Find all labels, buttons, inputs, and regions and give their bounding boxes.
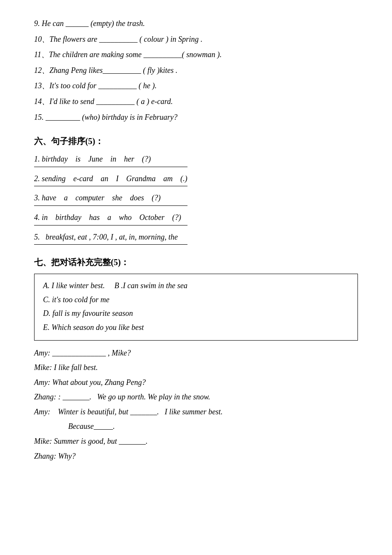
dialog-zhang-1: Zhang: : _______. We go up north. We pla… [34, 390, 358, 404]
ordering-item-3: 3. have a computer she does (?) [34, 191, 358, 206]
section6: 六、句子排序(5)： 1. birthday is June in her (?… [34, 134, 358, 245]
answer-line-4 [34, 225, 187, 225]
question-13: 13、It's too cold for __________ ( he ). [34, 79, 358, 92]
ordering-item-5: 5. breakfast, eat , 7:00, I , at, in, mo… [34, 231, 358, 245]
word-bank-box: A. I like winter best. B .I can swim in … [34, 274, 358, 340]
ordering-item-1: 1. birthday is June in her (?) [34, 153, 358, 167]
box-line-2: C. it's too cold for me [43, 293, 349, 306]
answer-line-3 [34, 205, 187, 206]
question-9: 9. He can ______ (empty) the trash. [34, 17, 358, 30]
dialog-amy-4: Because_____. [34, 420, 358, 433]
section7: 七、把对话补充完整(5)： A. I like winter best. B .… [34, 255, 358, 462]
box-line-4: E. Which season do you like best [43, 321, 349, 334]
question-10: 10、The flowers are __________ ( colour )… [34, 33, 358, 46]
ordering-item-4: 4. in birthday has a who October (?) [34, 211, 358, 225]
answer-line-1 [34, 167, 187, 167]
fill-blanks-section: 9. He can ______ (empty) the trash. 10、T… [34, 17, 358, 124]
ordering-item-2: 2. sending e-card an I Grandma am (.) [34, 172, 358, 187]
question-12: 12、Zhang Peng likes__________ ( fly )kit… [34, 64, 358, 77]
dialog-amy-3: Amy: Winter is beautiful, but _______. I… [34, 405, 358, 419]
dialog-zhang-2: Zhang: Why? [34, 450, 358, 463]
answer-line-2 [34, 186, 187, 186]
box-line-1: A. I like winter best. B .I can swim in … [43, 279, 349, 292]
question-14: 14、I'd like to send __________ ( a ) e-c… [34, 95, 358, 108]
section7-title: 七、把对话补充完整(5)： [34, 255, 358, 269]
dialog-amy-1: Amy: ______________ , Mike? [34, 347, 358, 360]
dialog-mike-2: Mike: Summer is good, but _______. [34, 435, 358, 448]
section6-title: 六、句子排序(5)： [34, 134, 358, 148]
answer-line-5 [34, 244, 187, 245]
dialog-mike-1: Mike: I like fall best. [34, 361, 358, 374]
question-15: 15. _________ (who) birthday is in Febru… [34, 111, 358, 124]
box-line-3: D. fall is my favourite season [43, 307, 349, 320]
dialog-amy-2: Amy: What about you, Zhang Peng? [34, 376, 358, 389]
question-11: 11、The children are making some ________… [34, 48, 358, 61]
